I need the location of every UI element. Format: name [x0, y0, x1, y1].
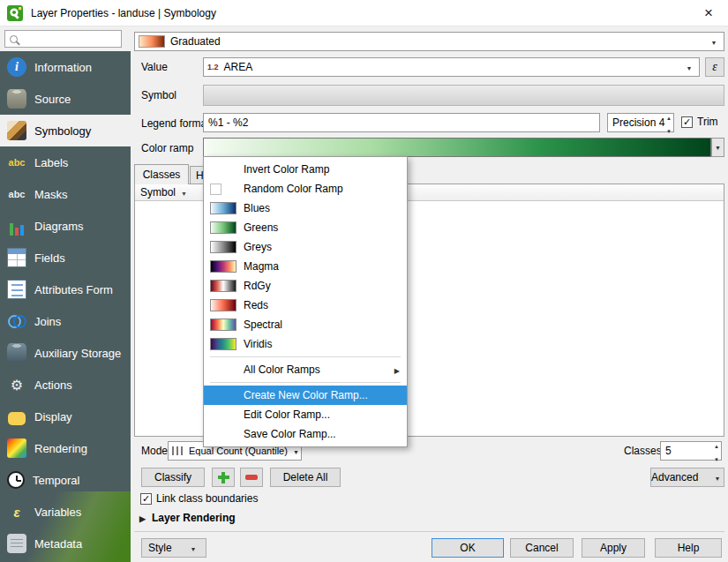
sidebar-item-display[interactable]: Display: [0, 401, 131, 432]
sidebar-item-label: Masks: [34, 188, 68, 201]
menu-item-label: Viridis: [244, 338, 272, 350]
tab-classes[interactable]: Classes: [134, 164, 189, 184]
spinner-arrows: [666, 110, 672, 136]
menu-item-viridis[interactable]: Viridis: [204, 334, 407, 354]
layer-properties-dialog: { "window": { "title": "Layer Properties…: [0, 0, 728, 562]
classes-count-value: 5: [665, 445, 672, 457]
spin-up-icon[interactable]: [714, 438, 719, 451]
classes-spinbox[interactable]: 5: [660, 441, 722, 461]
sidebar-item-temporal[interactable]: Temporal: [0, 464, 131, 496]
search-input[interactable]: [22, 34, 116, 44]
masks-icon: [7, 184, 26, 204]
color-ramp-dropdown-button[interactable]: [711, 138, 724, 157]
precision-spinbox[interactable]: Precision 4: [607, 113, 674, 132]
style-label: Style: [148, 542, 172, 554]
close-icon[interactable]: [698, 3, 719, 24]
menu-item-invert-color-ramp[interactable]: Invert Color Ramp: [204, 160, 407, 179]
labels-icon: [7, 153, 26, 172]
layer-rendering-expander[interactable]: Layer Rendering: [139, 512, 236, 524]
renderer-combo[interactable]: Graduated: [134, 32, 724, 51]
value-field-combo[interactable]: 1.2 AREA: [203, 57, 700, 77]
sidebar-item-variables[interactable]: Variables: [0, 496, 131, 528]
menu-item-all-color-ramps[interactable]: All Color Ramps: [204, 360, 407, 379]
sidebar-item-masks[interactable]: Masks: [0, 178, 131, 210]
classes-count-label: Classes: [624, 445, 662, 457]
spin-down-icon[interactable]: [666, 124, 672, 136]
apply-button[interactable]: Apply: [582, 538, 645, 558]
menu-item-label: Reds: [244, 299, 268, 311]
sidebar-item-diagrams[interactable]: Diagrams: [0, 210, 131, 242]
menu-item-magma[interactable]: Magma: [204, 257, 407, 276]
link-class-boundaries-row: Link class boundaries: [140, 492, 258, 505]
menu-item-create-new-color-ramp[interactable]: Create New Color Ramp...: [204, 386, 407, 405]
sidebar-item-attributes-form[interactable]: Attributes Form: [0, 274, 131, 305]
sidebar-item-source[interactable]: Source: [0, 83, 131, 115]
ok-button[interactable]: OK: [432, 538, 504, 558]
temporal-icon: [7, 471, 25, 489]
spin-down-icon[interactable]: [714, 452, 719, 464]
menu-item-label: RdGy: [244, 280, 271, 292]
sidebar-item-joins[interactable]: Joins: [0, 305, 131, 337]
menu-item-label: Greens: [244, 221, 278, 234]
menu-item-edit-color-ramp[interactable]: Edit Color Ramp...: [204, 405, 407, 424]
sidebar: Information Source Symbology Labels Mask…: [0, 51, 131, 562]
sidebar-search[interactable]: [4, 30, 122, 48]
blues-ramp-icon: [210, 202, 236, 214]
menu-icon-slot: [210, 221, 244, 234]
sidebar-item-rendering[interactable]: Rendering: [0, 432, 131, 464]
symbol-column-header[interactable]: Symbol: [140, 186, 176, 199]
advanced-button[interactable]: Advanced: [650, 468, 724, 487]
sidebar-item-metadata[interactable]: Metadata: [0, 528, 131, 559]
menu-item-spectral[interactable]: Spectral: [204, 315, 407, 334]
viridis-ramp-icon: [210, 338, 236, 350]
metadata-icon: [7, 534, 26, 553]
variables-icon: [7, 502, 26, 521]
tab-label: Classes: [143, 169, 181, 181]
add-class-button[interactable]: [212, 468, 235, 487]
classify-button[interactable]: Classify: [141, 468, 205, 487]
graduated-renderer-icon: [139, 35, 165, 48]
expression-builder-button[interactable]: ε: [705, 57, 724, 77]
menu-item-blues[interactable]: Blues: [204, 199, 407, 218]
menu-item-save-color-ramp[interactable]: Save Color Ramp...: [204, 424, 407, 444]
trim-checkbox[interactable]: [681, 116, 693, 128]
chevron-down-icon: [708, 35, 720, 48]
search-icon: [10, 35, 18, 43]
menu-item-random-color-ramp[interactable]: Random Color Ramp: [204, 179, 407, 199]
menu-item-greens[interactable]: Greens: [204, 218, 407, 237]
style-menu-button[interactable]: Style: [141, 538, 206, 558]
sidebar-item-label: Actions: [34, 378, 72, 392]
sidebar-item-information[interactable]: Information: [0, 51, 131, 83]
sidebar-item-labels[interactable]: Labels: [0, 146, 131, 178]
sidebar-item-actions[interactable]: Actions: [0, 369, 131, 401]
menu-item-reds[interactable]: Reds: [204, 296, 407, 315]
rdgy-ramp-icon: [210, 280, 236, 292]
window-title: Layer Properties - landuse | Symbology: [31, 7, 216, 19]
sidebar-item-fields[interactable]: Fields: [0, 242, 131, 274]
delete-all-button[interactable]: Delete All: [270, 468, 341, 487]
sidebar-item-symbology[interactable]: Symbology: [0, 115, 131, 146]
trim-checkbox-row: Trim: [681, 116, 718, 128]
color-ramp-label: Color ramp: [141, 142, 193, 154]
menu-item-rdgy[interactable]: RdGy: [204, 276, 407, 296]
sidebar-item-label: Temporal: [33, 474, 79, 487]
rendering-icon: [7, 438, 26, 458]
color-ramp-preview[interactable]: [203, 138, 711, 157]
sidebar-item-label: Information: [34, 61, 92, 74]
menu-item-greys[interactable]: Greys: [204, 237, 407, 257]
layer-rendering-label: Layer Rendering: [152, 512, 236, 524]
symbol-preview-button[interactable]: [203, 85, 724, 106]
help-button[interactable]: Help: [655, 538, 722, 558]
spin-up-icon[interactable]: [666, 110, 672, 123]
cancel-button[interactable]: Cancel: [510, 538, 574, 558]
auxiliary-storage-icon: [7, 343, 26, 363]
reds-ramp-icon: [210, 299, 236, 311]
remove-class-button[interactable]: [240, 468, 263, 487]
sidebar-item-auxiliary-storage[interactable]: Auxiliary Storage: [0, 337, 131, 369]
magma-ramp-icon: [210, 260, 236, 273]
source-icon: [7, 89, 26, 109]
legend-format-input[interactable]: [203, 113, 600, 132]
link-class-boundaries-checkbox[interactable]: [140, 493, 152, 505]
menu-icon-slot: [210, 202, 244, 214]
chevron-down-icon: [711, 471, 724, 483]
